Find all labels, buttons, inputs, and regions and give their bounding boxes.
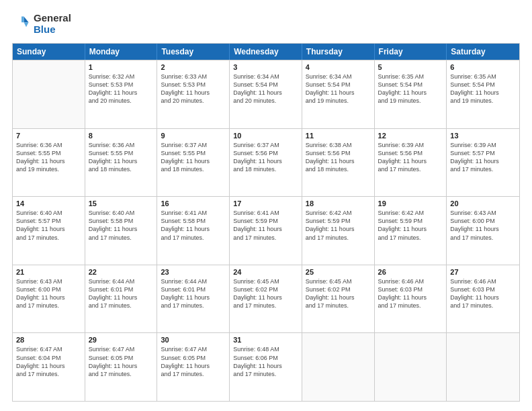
calendar-cell: 2Sunrise: 6:33 AM Sunset: 5:53 PM Daylig… [157,60,230,128]
cell-day-number: 12 [378,132,443,140]
calendar-week-2: 7Sunrise: 6:36 AM Sunset: 5:55 PM Daylig… [13,128,519,197]
cell-info: Sunrise: 6:45 AM Sunset: 6:02 PM Dayligh… [306,277,371,310]
calendar-cell: 23Sunrise: 6:44 AM Sunset: 6:01 PM Dayli… [157,265,230,333]
cell-info: Sunrise: 6:44 AM Sunset: 6:01 PM Dayligh… [161,277,226,310]
calendar-cell: 17Sunrise: 6:41 AM Sunset: 5:59 PM Dayli… [230,197,302,265]
calendar-cell: 11Sunrise: 6:38 AM Sunset: 5:56 PM Dayli… [302,129,375,197]
cell-day-number: 3 [233,63,298,71]
cell-info: Sunrise: 6:42 AM Sunset: 5:59 PM Dayligh… [378,209,443,242]
cell-day-number: 5 [378,63,443,71]
cell-info: Sunrise: 6:38 AM Sunset: 5:56 PM Dayligh… [306,141,371,174]
cell-day-number: 7 [16,132,81,140]
cell-info: Sunrise: 6:45 AM Sunset: 6:02 PM Dayligh… [233,277,298,310]
calendar-cell: 7Sunrise: 6:36 AM Sunset: 5:55 PM Daylig… [13,129,85,197]
calendar-week-3: 14Sunrise: 6:40 AM Sunset: 5:57 PM Dayli… [13,196,519,265]
cell-day-number: 17 [233,199,298,208]
cell-day-number: 22 [89,268,154,276]
cell-info: Sunrise: 6:47 AM Sunset: 6:04 PM Dayligh… [16,345,81,378]
header-day-sunday: Sunday [13,44,85,60]
cell-info: Sunrise: 6:40 AM Sunset: 5:58 PM Dayligh… [89,209,154,242]
cell-day-number: 24 [233,268,298,276]
cell-info: Sunrise: 6:39 AM Sunset: 5:56 PM Dayligh… [378,141,443,174]
calendar-cell: 10Sunrise: 6:37 AM Sunset: 5:56 PM Dayli… [230,129,302,197]
calendar-cell: 13Sunrise: 6:39 AM Sunset: 5:57 PM Dayli… [447,129,519,197]
header-day-tuesday: Tuesday [157,44,230,60]
calendar-cell [447,333,519,401]
calendar-cell: 15Sunrise: 6:40 AM Sunset: 5:58 PM Dayli… [85,197,158,265]
cell-day-number: 1 [89,63,154,71]
calendar-cell: 5Sunrise: 6:35 AM Sunset: 5:54 PM Daylig… [375,60,447,128]
logo-text: General Blue [34,12,71,35]
calendar-header: SundayMondayTuesdayWednesdayThursdayFrid… [13,44,519,60]
calendar-cell [375,333,447,401]
calendar-cell: 29Sunrise: 6:47 AM Sunset: 6:05 PM Dayli… [85,333,158,401]
cell-info: Sunrise: 6:41 AM Sunset: 5:59 PM Dayligh… [233,209,298,242]
cell-day-number: 6 [450,63,516,71]
cell-info: Sunrise: 6:42 AM Sunset: 5:59 PM Dayligh… [306,209,371,242]
cell-day-number: 23 [161,268,226,276]
calendar: SundayMondayTuesdayWednesdayThursdayFrid… [12,43,520,402]
cell-day-number: 25 [306,268,371,276]
calendar-cell [302,333,375,401]
calendar-cell: 4Sunrise: 6:34 AM Sunset: 5:54 PM Daylig… [302,60,375,128]
logo-icon [12,14,31,33]
calendar-cell: 16Sunrise: 6:41 AM Sunset: 5:58 PM Dayli… [157,197,230,265]
cell-day-number: 28 [16,336,81,344]
cell-info: Sunrise: 6:47 AM Sunset: 6:05 PM Dayligh… [161,345,226,378]
cell-info: Sunrise: 6:37 AM Sunset: 5:56 PM Dayligh… [233,141,298,174]
cell-day-number: 29 [89,336,154,344]
cell-day-number: 18 [306,199,371,208]
cell-day-number: 2 [161,63,226,71]
calendar-cell: 9Sunrise: 6:37 AM Sunset: 5:55 PM Daylig… [157,129,230,197]
header: General Blue [12,12,520,35]
calendar-week-4: 21Sunrise: 6:43 AM Sunset: 6:00 PM Dayli… [13,265,519,333]
cell-info: Sunrise: 6:36 AM Sunset: 5:55 PM Dayligh… [16,141,81,174]
cell-day-number: 14 [16,199,81,208]
svg-marker-0 [24,17,29,23]
cell-day-number: 20 [450,199,516,208]
calendar-cell: 28Sunrise: 6:47 AM Sunset: 6:04 PM Dayli… [13,333,85,401]
cell-info: Sunrise: 6:43 AM Sunset: 6:00 PM Dayligh… [450,209,516,242]
calendar-cell: 18Sunrise: 6:42 AM Sunset: 5:59 PM Dayli… [302,197,375,265]
calendar-cell: 27Sunrise: 6:46 AM Sunset: 6:03 PM Dayli… [447,265,519,333]
calendar-cell: 6Sunrise: 6:35 AM Sunset: 5:54 PM Daylig… [447,60,519,128]
calendar-cell: 3Sunrise: 6:34 AM Sunset: 5:54 PM Daylig… [230,60,302,128]
cell-info: Sunrise: 6:39 AM Sunset: 5:57 PM Dayligh… [450,141,516,174]
cell-day-number: 30 [161,336,226,344]
cell-info: Sunrise: 6:41 AM Sunset: 5:58 PM Dayligh… [161,209,226,242]
calendar-cell: 8Sunrise: 6:36 AM Sunset: 5:55 PM Daylig… [85,129,158,197]
calendar-cell: 1Sunrise: 6:32 AM Sunset: 5:53 PM Daylig… [85,60,158,128]
cell-info: Sunrise: 6:36 AM Sunset: 5:55 PM Dayligh… [89,141,154,174]
cell-day-number: 27 [450,268,516,276]
logo: General Blue [12,12,71,35]
svg-marker-2 [21,17,24,23]
header-day-wednesday: Wednesday [230,44,302,60]
calendar-week-1: 1Sunrise: 6:32 AM Sunset: 5:53 PM Daylig… [13,60,519,128]
calendar-cell: 20Sunrise: 6:43 AM Sunset: 6:00 PM Dayli… [447,197,519,265]
calendar-cell: 24Sunrise: 6:45 AM Sunset: 6:02 PM Dayli… [230,265,302,333]
header-day-friday: Friday [375,44,447,60]
calendar-week-5: 28Sunrise: 6:47 AM Sunset: 6:04 PM Dayli… [13,332,519,401]
cell-day-number: 19 [378,199,443,208]
calendar-cell: 19Sunrise: 6:42 AM Sunset: 5:59 PM Dayli… [375,197,447,265]
cell-info: Sunrise: 6:40 AM Sunset: 5:57 PM Dayligh… [16,209,81,242]
cell-day-number: 13 [450,132,516,140]
cell-info: Sunrise: 6:34 AM Sunset: 5:54 PM Dayligh… [233,73,298,105]
cell-info: Sunrise: 6:46 AM Sunset: 6:03 PM Dayligh… [378,277,443,310]
cell-info: Sunrise: 6:48 AM Sunset: 6:06 PM Dayligh… [233,345,298,378]
cell-info: Sunrise: 6:35 AM Sunset: 5:54 PM Dayligh… [378,73,443,105]
calendar-cell: 22Sunrise: 6:44 AM Sunset: 6:01 PM Dayli… [85,265,158,333]
header-day-saturday: Saturday [447,44,519,60]
cell-day-number: 16 [161,199,226,208]
cell-day-number: 8 [89,132,154,140]
cell-day-number: 15 [89,199,154,208]
cell-info: Sunrise: 6:46 AM Sunset: 6:03 PM Dayligh… [450,277,516,310]
calendar-cell: 14Sunrise: 6:40 AM Sunset: 5:57 PM Dayli… [13,197,85,265]
calendar-cell: 26Sunrise: 6:46 AM Sunset: 6:03 PM Dayli… [375,265,447,333]
page: General Blue SundayMondayTuesdayWednesda… [0,0,532,411]
cell-day-number: 10 [233,132,298,140]
cell-day-number: 26 [378,268,443,276]
calendar-cell: 25Sunrise: 6:45 AM Sunset: 6:02 PM Dayli… [302,265,375,333]
cell-info: Sunrise: 6:44 AM Sunset: 6:01 PM Dayligh… [89,277,154,310]
cell-day-number: 4 [306,63,371,71]
